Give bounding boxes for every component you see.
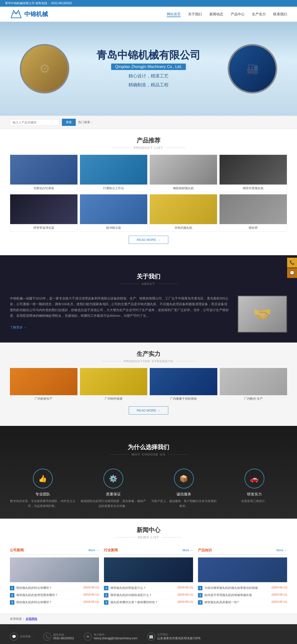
product-item-5[interactable]: 焊管管道净化器 [10,194,78,232]
news-title-divider: NEWS LIST [10,536,287,539]
news-col-0: 公司新闻 More → 1 喷砂抛丸机的特点有哪些？ [2024-06-11] … [10,548,99,606]
about-title-divider: ABOUT [10,282,287,286]
news-more-0[interactable]: More → [88,548,99,552]
news-item-date-1-1: [2019-06-11] [178,593,193,596]
side-btn-2[interactable]: 💬 [287,268,297,278]
product-img-3 [150,155,217,184]
news-num-2-1: 2 [198,593,202,598]
production-section-title: 生产实力 PRODUCTION STRENGTH [10,342,287,368]
nav-item-网站首页[interactable]: 网站首页 [167,12,181,17]
news-col-header-0: 公司新闻 More → [10,548,99,555]
nav-item-生产实力[interactable]: 生产实力 [252,12,266,16]
production-item-4[interactable]: 厂内数控-生产 [220,368,287,402]
news-list-item-1-1[interactable]: 2 钢管抛丸机的功能组成是什么？ [2019-06-11] [104,592,193,599]
news-thumb-2 [198,558,287,582]
product-name-5: 焊管管道净化器 [10,224,78,232]
news-list-item-1-2[interactable]: 3 抛丸机有哪些分类？都有哪些特色？ [2019-06-11] [104,599,193,606]
product-item-3[interactable]: 钢筋线材抛丸机 [149,154,217,192]
product-name-2: 打磨除尘工作台 [80,184,147,192]
about-image: 🤝 [238,296,287,333]
news-list-item-0-1[interactable]: 2 钢管抛丸机的使用范围有哪些？ [2019-06-11] [10,592,99,599]
logo-text: 中锦机械 [24,10,48,18]
nav-item-产品中心[interactable]: 产品中心 [231,12,244,16]
news-num-0-0: 1 [10,586,14,590]
production-item-3[interactable]: 厂内微量子切割系统 [150,368,217,402]
news-thumb-0 [10,558,99,582]
side-btn-1[interactable]: 📞 [287,258,297,268]
search-button[interactable]: 搜索 [62,119,76,126]
friend-link-1[interactable]: 卓视网络 [26,617,37,620]
nav-item-新闻动态[interactable]: 新闻动态 [209,12,223,16]
news-num-2-2: 3 [198,600,202,605]
email-icon: ✉ [84,632,92,640]
product-name-6: 脉冲除尘器 [80,224,147,232]
address-icon: 🏢 [147,632,155,640]
banner-circle-right: 🏭 [228,44,277,94]
main-nav: 网站首页关于我们新闻动态产品中心生产实力联系我们 [167,12,287,16]
product-item-8[interactable]: 喷砂房 [219,194,287,232]
banner-title-en: Qingdao Zhongjin Machinery Co., Ltd. [111,64,186,70]
news-list-item-2-2[interactable]: 3 钢管抛丸机高质量统一性? [2024-06-11] [198,599,287,606]
news-title-en: NEWS LIST [138,536,159,539]
why-grid: 👍 专业团队 数专知识丰富、专业素质整齐的团队，内外交之公司，为品质保驾护航。 … [10,469,287,509]
top-bar: 青华中锦机械有限公司 销售热线： 0532-86160502 [0,0,297,7]
production-name-2: 厂内钩件锻簧 [80,395,148,402]
news-list-item-2-0[interactable]: 1 为保证钢管抛丸机的抛丸效果最佳的措施 [2024-06-11] [198,585,287,592]
production-title-divider: PRODUCTION STRENGTH [10,359,287,363]
why-title-en: WHY CHOOSE US [131,452,166,456]
banner-circle-left: ⚙ [20,44,69,94]
hot-search-label: 热门搜索： [78,120,93,124]
news-item-text-1-0: 钢管抛丸机的用途是什么？ [110,586,176,590]
production-item-2[interactable]: 厂内钩件锻簧 [80,368,148,402]
product-title-divider: PRODUCT LIST [10,146,287,150]
news-more-1[interactable]: More → [182,548,193,552]
news-col-header-1: 行业新闻 More → [104,548,193,555]
nav-item-联系我们[interactable]: 联系我们 [273,12,287,16]
why-desc-0: 数专知识丰富、专业素质整齐的团队，内外交之公司，为品质保驾护航。 [10,498,76,509]
news-list-item-1-0[interactable]: 1 钢管抛丸机的用途是什么？ [2019-06-11] [104,585,193,592]
production-name-4: 厂内数控-生产 [220,395,287,402]
production-name-1: 厂内耗材生产 [10,395,78,402]
news-list-item-0-0[interactable]: 1 喷砂抛丸机的特点有哪些？ [2024-06-11] [10,585,99,592]
product-grid-row2: 焊管管道净化器 脉冲除尘器 吊钩式抛丸机 喷砂房 [10,194,287,232]
production-item-1[interactable]: 厂内耗材生产 [10,368,78,402]
product-read-more-button[interactable]: READ MORE → [129,236,168,244]
nav-item-关于我们[interactable]: 关于我们 [188,12,202,16]
news-item-date-2-2: [2024-06-11] [272,600,287,603]
news-col-title-1: 行业新闻 [104,548,118,552]
product-grid-row1: 光辉化(UV)系统 打磨除尘工作台 钢筋线材抛丸机 钢管外壁抛丸机 [10,154,287,192]
product-item-4[interactable]: 钢管外壁抛丸机 [219,154,287,192]
about-read-more-link[interactable]: 了解更多 → [10,326,27,329]
news-item-text-0-1: 钢管抛丸机的使用范围有哪些？ [16,593,82,597]
news-num-1-2: 3 [104,600,108,605]
news-list-item-0-2[interactable]: 3 喷砂抛丸机的特点有哪些？ [2019-06-11] [10,599,99,606]
news-list-item-2-1[interactable]: 2 如何提升管理抛丸机的维修维修价值 [2024-06-11] [198,592,287,599]
production-img-3 [150,368,217,395]
product-name-1: 光辉化(UV)系统 [10,184,78,192]
product-img-2 [80,155,147,184]
banner-title-cn: 青岛中锦机械有限公司 [97,48,200,62]
product-title-en: PRODUCT LIST [134,146,163,150]
about-title-en: ABOUT [142,282,155,286]
footer-info-email: ✉ 电子邮件： henry.zhengj@chjmachinery.com [84,632,137,640]
news-item-text-1-2: 抛丸机有哪些分类？都有哪些特色？ [110,600,176,604]
news-item-date-2-1: [2024-06-11] [272,593,287,596]
logo: 中锦机械 [10,9,48,19]
product-item-1[interactable]: 光辉化(UV)系统 [10,154,78,192]
footer-phone-label: 服务热线： [53,633,74,636]
why-item-3: 🚗 研发实力 全面采用三维设计。 [221,469,287,509]
production-name-3: 厂内微量子切割系统 [150,395,217,402]
news-section-title: 新闻中心 NEWS LIST [10,518,287,544]
production-read-more-button[interactable]: READ MORE → [129,406,168,414]
news-columns: 公司新闻 More → 1 喷砂抛丸机的特点有哪些？ [2024-06-11] … [10,548,287,606]
product-item-2[interactable]: 打磨除尘工作台 [80,154,148,192]
why-icon-3: 🚗 [244,469,264,488]
search-input[interactable] [10,119,59,126]
news-title-cn: 新闻中心 [10,526,287,534]
product-item-7[interactable]: 吊钩式抛丸机 [149,194,217,232]
product-item-6[interactable]: 脉冲除尘器 [80,194,148,232]
search-bar: 搜索 热门搜索： [0,116,297,129]
news-item-date-0-1: [2019-06-11] [84,593,99,596]
news-more-2[interactable]: More → [276,548,287,552]
header: 中锦机械 网站首页关于我们新闻动态产品中心生产实力联系我们 [0,7,297,22]
